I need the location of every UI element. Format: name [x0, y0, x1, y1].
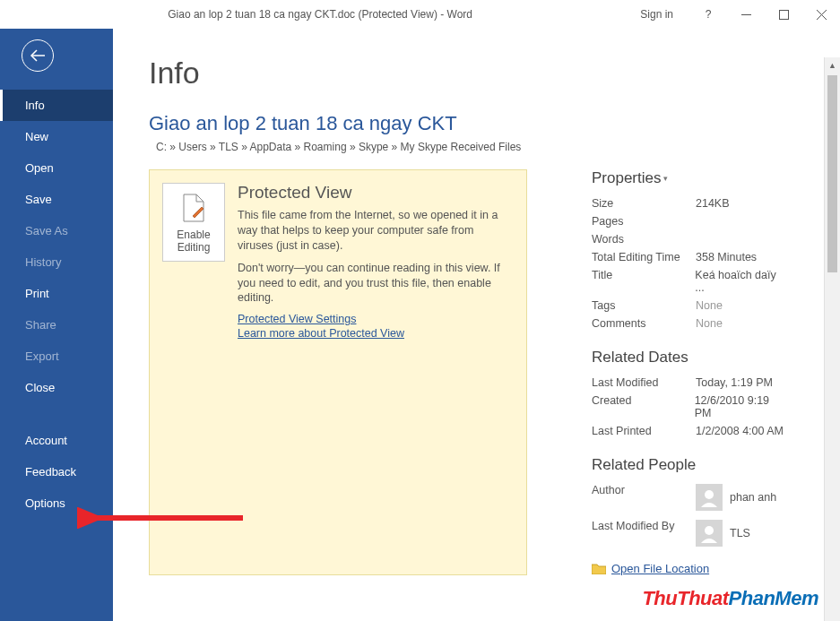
nav-item-new[interactable]: New [0, 121, 113, 152]
minimize-icon [741, 10, 751, 20]
property-value: 214KB [696, 197, 730, 210]
protected-view-text2: Don't worry—you can continue reading in … [238, 261, 512, 306]
property-row: Pages [592, 212, 788, 230]
person-icon [699, 523, 719, 543]
property-value: 358 Minutes [696, 251, 757, 263]
scroll-thumb[interactable] [827, 75, 837, 272]
nav-item-export[interactable]: Export [0, 341, 113, 372]
date-value: 12/6/2010 9:19 PM [695, 394, 788, 419]
protected-view-settings-link[interactable]: Protected View Settings [238, 313, 512, 325]
related-dates-heading: Related Dates [592, 349, 788, 367]
nav-item-options[interactable]: Options [0, 487, 113, 519]
learn-more-link[interactable]: Learn more about Protected View [238, 327, 512, 340]
nav-item-save-as[interactable]: Save As [0, 215, 113, 246]
property-value: Keá hoaïch daïy ... [695, 269, 788, 294]
avatar [696, 484, 723, 511]
folder-icon [592, 563, 606, 574]
svg-point-6 [705, 490, 714, 499]
protected-view-text1: This file came from the Internet, so we … [238, 208, 512, 254]
back-arrow-icon [30, 49, 46, 62]
property-row: TagsNone [592, 297, 788, 315]
property-label: Tags [592, 299, 696, 312]
date-value: 1/2/2008 4:00 AM [696, 425, 784, 437]
maximize-icon [779, 10, 789, 20]
document-title: Giao an lop 2 tuan 18 ca ngay CKT [149, 112, 788, 135]
close-button[interactable] [810, 4, 833, 24]
property-value: None [696, 317, 723, 330]
open-file-location-link[interactable]: Open File Location [592, 562, 788, 575]
date-label: Created [592, 394, 695, 419]
maximize-button[interactable] [772, 4, 795, 24]
date-value: Today, 1:19 PM [696, 376, 773, 389]
date-row: Last Printed1/2/2008 4:00 AM [592, 422, 788, 440]
property-label: Size [592, 197, 696, 210]
property-label: Words [592, 233, 696, 246]
property-row: Total Editing Time358 Minutes [592, 248, 788, 266]
nav-item-open[interactable]: Open [0, 152, 113, 184]
document-edit-icon [180, 193, 207, 223]
related-people-heading: Related People [592, 456, 788, 474]
nav-item-share[interactable]: Share [0, 309, 113, 341]
date-label: Last Modified [592, 376, 696, 389]
titlebar: Giao an lop 2 tuan 18 ca ngay CKT.doc (P… [0, 0, 840, 29]
nav-item-feedback[interactable]: Feedback [0, 456, 113, 487]
document-path: C: » Users » TLS » AppData » Roaming » S… [156, 141, 788, 153]
minimize-button[interactable] [734, 4, 758, 24]
svg-point-7 [705, 526, 714, 535]
protected-view-heading: Protected View [238, 183, 512, 203]
nav-item-history[interactable]: History [0, 246, 113, 278]
help-button[interactable]: ? [697, 4, 720, 24]
close-icon [817, 10, 827, 20]
nav-item-print[interactable]: Print [0, 278, 113, 309]
property-row: CommentsNone [592, 315, 788, 332]
author-name: phan anh [730, 491, 776, 504]
avatar [696, 520, 723, 547]
properties-heading[interactable]: Properties [592, 169, 788, 187]
enable-editing-button[interactable]: Enable Editing [162, 183, 225, 262]
property-row: Words [592, 230, 788, 248]
main-content: Info Giao an lop 2 tuan 18 ca ngay CKT C… [113, 29, 840, 621]
svg-rect-1 [779, 10, 788, 19]
nav-item-account[interactable]: Account [0, 425, 113, 456]
nav-item-info[interactable]: Info [0, 90, 113, 121]
property-row: TitleKeá hoaïch daïy ... [592, 266, 788, 297]
enable-editing-label: Enable Editing [167, 229, 221, 254]
backstage-sidebar: InfoNewOpenSaveSave AsHistoryPrintShareE… [0, 29, 113, 621]
author-label: Author [592, 484, 696, 496]
vertical-scrollbar[interactable]: ▲ [824, 57, 840, 621]
scroll-up-icon[interactable]: ▲ [825, 57, 840, 73]
property-label: Total Editing Time [592, 251, 696, 263]
property-label: Title [592, 269, 695, 294]
property-label: Pages [592, 215, 696, 228]
date-row: Created12/6/2010 9:19 PM [592, 392, 788, 422]
date-row: Last ModifiedToday, 1:19 PM [592, 374, 788, 392]
property-row: Size214KB [592, 194, 788, 212]
last-modified-by-name: TLS [730, 527, 750, 539]
window-title: Giao an lop 2 tuan 18 ca ngay CKT.doc (P… [0, 8, 640, 21]
date-label: Last Printed [592, 425, 696, 437]
signin-link[interactable]: Sign in [640, 8, 673, 21]
nav-item-close[interactable]: Close [0, 372, 113, 403]
person-icon [699, 487, 719, 507]
last-modified-by-label: Last Modified By [592, 520, 696, 532]
protected-view-panel: Enable Editing Protected View This file … [149, 169, 527, 575]
property-value: None [696, 299, 723, 312]
watermark: ThuThuatPhanMem [642, 587, 818, 610]
page-heading: Info [149, 56, 788, 91]
nav-item-save[interactable]: Save [0, 184, 113, 215]
property-label: Comments [592, 317, 696, 330]
back-button[interactable] [22, 39, 54, 72]
